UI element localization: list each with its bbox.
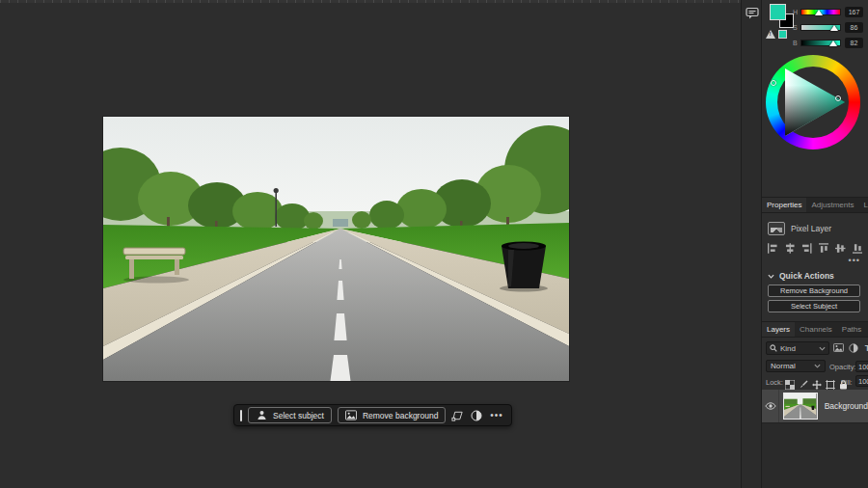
filter-pixel-layers-icon[interactable] (833, 342, 844, 353)
fill-label: Fill: (841, 378, 853, 387)
opacity-value-field[interactable]: 100% (855, 361, 868, 372)
align-tools (768, 243, 862, 254)
tab-properties[interactable]: Properties (762, 198, 806, 212)
filter-kind-label: Kind (780, 344, 796, 353)
layer-visibility-eye-icon[interactable] (762, 390, 779, 422)
saturation-value[interactable]: 86 (845, 22, 863, 33)
align-middle-icon[interactable] (835, 243, 846, 254)
properties-more-options-icon[interactable]: ••• (849, 256, 860, 265)
foreground-color-swatch[interactable] (770, 4, 786, 20)
chevron-down-icon (814, 363, 821, 369)
web-safe-color-swatch[interactable] (778, 30, 787, 39)
tab-paths[interactable]: Paths (837, 322, 866, 337)
document-image[interactable] (103, 117, 569, 381)
brightness-value[interactable]: 82 (845, 38, 863, 48)
hue-value[interactable]: 167 (845, 7, 863, 17)
hue-ring-selector[interactable] (771, 80, 776, 86)
blend-mode-value: Normal (771, 362, 796, 370)
hue-slider-label: H (793, 9, 800, 15)
saturation-slider[interactable] (800, 24, 841, 31)
search-icon (770, 344, 777, 352)
chevron-down-icon[interactable] (768, 273, 774, 280)
image-icon (345, 409, 358, 421)
tab-libraries[interactable]: Libraries (859, 198, 868, 212)
comments-panel-icon[interactable] (746, 6, 759, 23)
saturation-slider-label: S (793, 24, 800, 31)
select-subject-label: Select subject (273, 411, 324, 420)
photoshop-window: Select subject Remove background ••• (0, 0, 868, 488)
collapsed-panel-dock (741, 0, 762, 488)
saturation-brightness-triangle[interactable] (785, 68, 845, 136)
road-photo (103, 117, 569, 381)
select-subject-quick-action[interactable]: Select Subject (768, 300, 860, 312)
align-bottom-icon[interactable] (853, 243, 863, 254)
layer-thumbnail[interactable] (783, 393, 817, 420)
filter-adjustment-layers-icon[interactable] (848, 342, 858, 353)
align-center-icon[interactable] (785, 243, 796, 254)
hue-slider[interactable] (800, 9, 841, 15)
right-panel-dock: H 167 S 86 B 82 (762, 0, 868, 488)
brightness-slider[interactable] (800, 40, 841, 46)
remove-background-button[interactable]: Remove background (338, 407, 446, 423)
adjustment-icon[interactable] (470, 409, 482, 421)
tab-channels[interactable]: Channels (795, 322, 837, 337)
taskbar-more-options-icon[interactable]: ••• (488, 410, 505, 420)
align-right-icon[interactable] (801, 243, 812, 254)
remove-background-label: Remove background (363, 411, 438, 420)
layer-name[interactable]: Background (825, 401, 868, 411)
transform-icon[interactable] (451, 409, 464, 421)
chevron-down-icon (819, 345, 826, 352)
tab-layers[interactable]: Layers (762, 322, 795, 337)
align-left-icon[interactable] (768, 243, 778, 254)
filter-type-layers-icon[interactable]: T (862, 342, 868, 353)
canvas-area[interactable]: Select subject Remove background ••• (0, 0, 741, 488)
layer-row-background[interactable]: Background (762, 390, 868, 422)
taskbar-grip-handle[interactable] (240, 410, 242, 421)
pixel-layer-icon (768, 222, 785, 235)
remove-background-quick-action[interactable]: Remove Background (768, 285, 860, 297)
layers-empty-area (762, 422, 868, 488)
lock-label: Lock: (766, 378, 783, 387)
layer-filter-dropdown[interactable]: Kind (766, 341, 829, 355)
layer-type-label: Pixel Layer (791, 224, 831, 233)
contextual-taskbar: Select subject Remove background ••• (233, 404, 512, 426)
gamut-warning-icon[interactable] (766, 30, 775, 39)
brightness-slider-label: B (793, 40, 800, 46)
quick-actions-heading: Quick Actions (779, 271, 834, 281)
blend-mode-dropdown[interactable]: Normal (766, 360, 826, 372)
align-top-icon[interactable] (819, 243, 829, 254)
color-wheel[interactable] (766, 55, 860, 149)
top-ruler (0, 0, 741, 3)
person-icon (256, 409, 268, 421)
select-subject-button[interactable]: Select subject (248, 407, 332, 423)
tab-adjustments[interactable]: Adjustments (806, 198, 858, 212)
opacity-label: Opacity: (829, 363, 856, 371)
fill-value-field[interactable]: 100% (855, 375, 868, 387)
triangle-selector[interactable] (835, 95, 841, 101)
